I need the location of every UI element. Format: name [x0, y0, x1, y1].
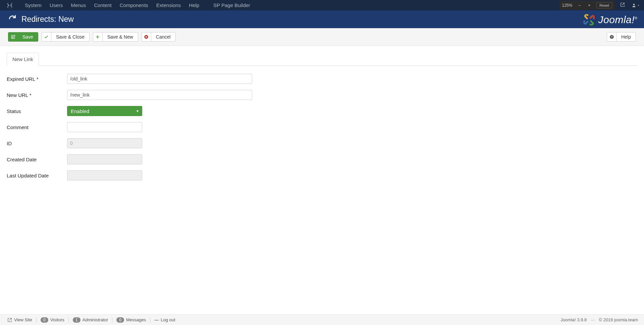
- messages-label: Messages: [126, 317, 146, 322]
- nav-users[interactable]: Users: [46, 0, 67, 10]
- external-link-icon[interactable]: [617, 2, 628, 8]
- svg-text:?: ?: [611, 36, 612, 39]
- redirect-icon: [8, 14, 17, 25]
- nav-menus[interactable]: Menus: [67, 0, 90, 10]
- help-icon: ?: [607, 33, 616, 41]
- copyright-text: © 2019 joomla.team: [599, 317, 638, 322]
- save-new-button[interactable]: Save & New: [93, 32, 138, 42]
- input-expired-url[interactable]: [67, 74, 252, 84]
- cancel-button[interactable]: Cancel: [142, 32, 176, 42]
- tab-new-link[interactable]: New Link: [7, 53, 39, 66]
- svg-point-0: [633, 4, 635, 5]
- toolbar: Save Save & Close Save & New Cancel ? He…: [0, 28, 644, 46]
- divider: [36, 317, 37, 323]
- footer-messages[interactable]: 0 Messages: [113, 317, 149, 323]
- input-comment[interactable]: [67, 122, 142, 132]
- row-updated: Last Updated Date: [7, 170, 637, 180]
- logout-icon: —: [154, 317, 159, 322]
- input-id: [67, 138, 142, 148]
- save-icon: [8, 33, 18, 41]
- label-created: Created Date: [7, 157, 67, 162]
- version-text: Joomla! 3.9.8: [560, 317, 587, 322]
- save-close-button[interactable]: Save & Close: [42, 32, 90, 42]
- nav-system[interactable]: System: [21, 0, 46, 10]
- cancel-label: Cancel: [151, 34, 175, 40]
- nav-components[interactable]: Components: [116, 0, 152, 10]
- help-label: Help: [616, 34, 636, 40]
- topnav-right: 125% − + Reset ▾: [559, 0, 644, 10]
- save-close-label: Save & Close: [51, 34, 89, 40]
- zoom-reset-button[interactable]: Reset: [596, 2, 612, 8]
- label-updated: Last Updated Date: [7, 173, 67, 178]
- status-value: Enabled: [71, 108, 89, 114]
- page-header: Redirects: New Joomla!®: [0, 10, 644, 28]
- label-comment: Comment: [7, 124, 67, 130]
- logout-label: Log out: [161, 317, 175, 322]
- row-new-url: New URL *: [7, 90, 637, 100]
- footer-visitors[interactable]: 0 Visitors: [37, 317, 68, 323]
- view-site-label: View Site: [14, 317, 32, 322]
- footer: View Site 0 Visitors 1 Administrator 0 M…: [0, 314, 644, 325]
- plus-icon: [93, 33, 103, 41]
- row-id: ID: [7, 138, 637, 148]
- nav-help[interactable]: Help: [185, 0, 203, 10]
- save-label: Save: [18, 34, 38, 40]
- check-icon: [42, 33, 51, 41]
- admin-label: Administrator: [83, 317, 108, 322]
- zoom-out-button[interactable]: −: [577, 3, 582, 8]
- messages-count: 0: [116, 317, 124, 323]
- help-button[interactable]: ? Help: [607, 32, 636, 42]
- select-status[interactable]: Enabled: [67, 106, 142, 116]
- divider: [112, 317, 112, 323]
- save-button[interactable]: Save: [8, 32, 38, 42]
- row-comment: Comment: [7, 122, 637, 132]
- zoom-in-button[interactable]: +: [587, 3, 592, 8]
- label-new-url: New URL *: [7, 92, 67, 98]
- nav-content[interactable]: Content: [90, 0, 116, 10]
- row-expired-url: Expired URL *: [7, 74, 637, 84]
- nav-extensions[interactable]: Extensions: [152, 0, 185, 10]
- visitors-count: 0: [41, 317, 48, 323]
- tabs: New Link: [7, 53, 637, 66]
- label-expired-url: Expired URL *: [7, 76, 67, 82]
- admin-count: 1: [73, 317, 80, 323]
- footer-logout[interactable]: — Log out: [151, 317, 178, 322]
- divider: [150, 317, 150, 323]
- joomla-icon[interactable]: [6, 2, 13, 9]
- input-updated: [67, 170, 142, 180]
- cancel-icon: [142, 33, 151, 41]
- visitors-label: Visitors: [50, 317, 64, 322]
- zoom-control: 125% − + Reset: [559, 1, 615, 10]
- form: Expired URL * New URL * Status Enabled C…: [7, 66, 637, 180]
- label-id: ID: [7, 141, 67, 146]
- input-created: [67, 154, 142, 164]
- input-new-url[interactable]: [67, 90, 252, 100]
- user-menu[interactable]: ▾: [628, 3, 644, 8]
- page-title: Redirects: New: [21, 15, 74, 24]
- divider: [68, 317, 69, 323]
- joomla-logo: Joomla!®: [582, 13, 637, 26]
- row-created: Created Date: [7, 154, 637, 164]
- save-new-label: Save & New: [103, 34, 138, 40]
- brand-text: Joomla!®: [598, 14, 637, 25]
- nav-sp-page-builder[interactable]: SP Page Builder: [209, 0, 254, 10]
- footer-view-site[interactable]: View Site: [4, 317, 36, 322]
- main-content: New Link Expired URL * New URL * Status …: [0, 46, 644, 180]
- footer-right: Joomla! 3.9.8 — © 2019 joomla.team: [560, 317, 640, 322]
- row-status: Status Enabled: [7, 106, 637, 116]
- footer-admin[interactable]: 1 Administrator: [69, 317, 111, 323]
- label-status: Status: [7, 108, 67, 114]
- zoom-level: 125%: [562, 3, 573, 8]
- top-nav: System Users Menus Content Components Ex…: [0, 0, 644, 10]
